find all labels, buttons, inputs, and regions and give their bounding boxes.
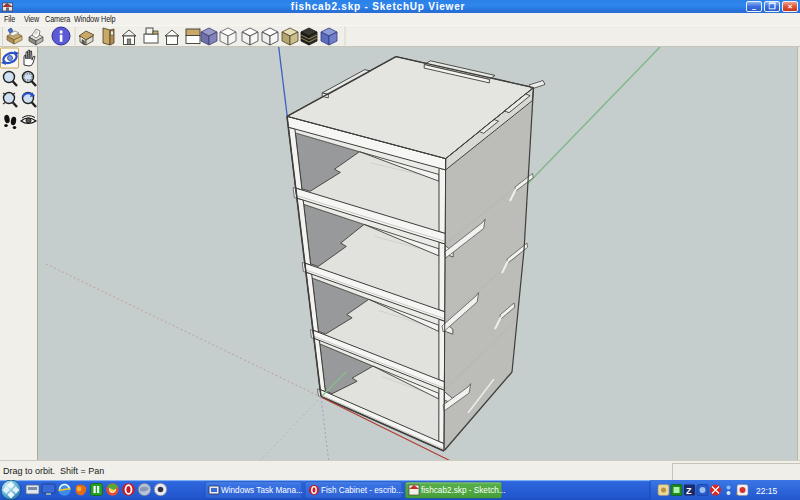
svg-text:Fish Cabinet - escrib...: Fish Cabinet - escrib...	[321, 486, 403, 495]
svg-text:fishcab2.skp - Sketch...: fishcab2.skp - Sketch...	[421, 486, 506, 495]
svg-text:Z: Z	[686, 486, 692, 496]
svg-text:Windows Task Mana...: Windows Task Mana...	[221, 486, 303, 495]
svg-text:22:15: 22:15	[756, 486, 778, 496]
